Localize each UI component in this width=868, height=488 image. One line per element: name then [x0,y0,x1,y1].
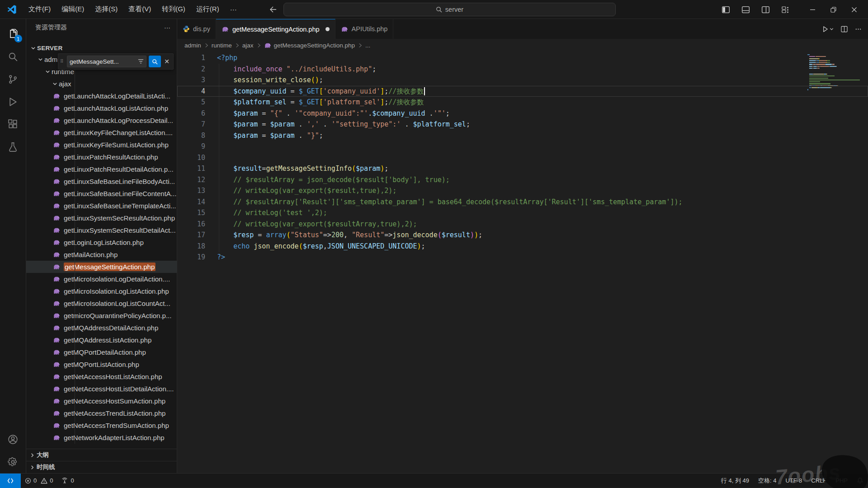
menu-goto[interactable]: 转到(G) [157,3,190,16]
split-editor-icon[interactable] [841,26,848,33]
menu-file[interactable]: 文件(F) [24,3,56,16]
language-mode[interactable]: PHP [831,474,852,488]
problems-status[interactable]: 0 0 [21,474,57,488]
tree-item-getMQPortDetailAction.php[interactable]: getMQPortDetailAction.php [26,346,177,358]
modified-dot-icon[interactable] [326,27,330,31]
menu-more[interactable]: ··· [225,3,242,15]
code-editor[interactable]: 1<?php2 include_once "../includeUtils.ph… [177,52,868,473]
tree-item-getNetAccessTrendSumAction.php[interactable]: getNetAccessTrendSumAction.php [26,419,177,432]
code-line-11[interactable]: 11 $result=getMessageSettingInfo($param)… [177,163,868,174]
eol-sequence[interactable]: CRLF [807,474,831,488]
code-line-14[interactable]: 14 // $resultArray['Result']['sms_templa… [177,197,868,208]
tree-item-getNetAccessHostSumAction.php[interactable]: getNetAccessHostSumAction.php [26,395,177,407]
code-line-2[interactable]: 2 include_once "../includeUtils.php"; [177,64,868,75]
tree-item-getMQAddressListAction.php[interactable]: getMQAddressListAction.php [26,334,177,346]
code-line-8[interactable]: 8 $param = $param . "}"; [177,130,868,141]
grip-icon[interactable]: ⠿ [60,61,65,62]
bell-icon[interactable] [852,474,868,488]
code-line-10[interactable]: 10 [177,152,868,164]
tab-getMessageSettingAction.php[interactable]: getMessageSettingAction.php [216,19,335,39]
code-line-16[interactable]: 16 // writeLog(var_export($resultArray,t… [177,219,868,230]
tree-item-getMQAddressDetailAction.php[interactable]: getMQAddressDetailAction.php [26,322,177,334]
breadcrumb-item[interactable]: getMessageSettingAction.php [264,42,355,49]
tab-dis.py[interactable]: dis.py [177,19,216,39]
run-debug-icon[interactable] [0,90,26,113]
testing-icon[interactable] [0,136,26,158]
tab-APIUtils.php[interactable]: APIUtils.php [335,19,394,39]
code-line-4[interactable]: 4 $company_uuid = $_GET['company_uuid'];… [177,86,868,97]
code-line-9[interactable]: 9 [177,141,868,152]
tree-item-getLinuxPatchResultAction.php[interactable]: getLinuxPatchResultAction.php [26,151,177,163]
filter-icon[interactable] [138,59,144,64]
tree-item-getNetAccessHostListAction.php[interactable]: getNetAccessHostListAction.php [26,371,177,383]
customize-layout-icon[interactable] [777,3,794,16]
indentation[interactable]: 空格: 4 [754,474,781,488]
extensions-icon[interactable] [0,113,26,136]
tree-item-getNetAccessHostListDetailAction[interactable]: getNetAccessHostListDetailAction.... [26,383,177,395]
settings-gear-icon[interactable] [0,450,26,473]
code-line-7[interactable]: 7 $param = $param . ',' . '"setting_type… [177,119,868,130]
tree-item-getLaunchAttackLogDetailListActi[interactable]: getLaunchAttackLogDetailListActi... [26,90,177,102]
tree-item-getLinuxSystemSecResultDetailAct[interactable]: getLinuxSystemSecResultDetailAct... [26,224,177,236]
section-outline[interactable]: 大纲 [26,449,177,461]
back-arrow-icon[interactable] [269,6,277,13]
tree-item-getLinuxSafeBaseLineFileContentA[interactable]: getLinuxSafeBaseLineFileContentA... [26,188,177,200]
folder-ajax[interactable]: ajax [26,78,177,90]
sidebar-more-actions[interactable]: ··· [164,24,170,31]
tree-item-getLinuxKeyFileChangeListAction[interactable]: getLinuxKeyFileChangeListAction.... [26,127,177,139]
menu-edit[interactable]: 编辑(E) [57,3,89,16]
source-control-icon[interactable] [0,68,26,90]
remote-indicator[interactable] [0,474,21,488]
tree-find-search-button[interactable] [149,56,161,67]
tree-item-getNetworkAdapterListAction.php[interactable]: getNetworkAdapterListAction.php [26,432,177,444]
toggle-secondary-sidebar-icon[interactable] [757,3,774,16]
menu-selection[interactable]: 选择(S) [90,3,123,16]
menu-view[interactable]: 查看(V) [123,3,156,16]
tree-item-getMicroIsolationLogDetailAction[interactable]: getMicroIsolationLogDetailAction.... [26,273,177,285]
restore-icon[interactable] [823,0,844,19]
tree-item-getLaunchAttackLogListAction.php[interactable]: getLaunchAttackLogListAction.php [26,102,177,114]
tree-item-getLaunchAttackLogProcessDetail[interactable]: getLaunchAttackLogProcessDetail... [26,114,177,127]
code-line-13[interactable]: 13 // writeLog(var_export($result,true),… [177,185,868,197]
tree-item-getLinuxSafeBaseLineTemplateActi[interactable]: getLinuxSafeBaseLineTemplateActi... [26,200,177,212]
breadcrumb-item[interactable]: ajax [242,42,254,49]
breadcrumb-item[interactable]: runtime [212,42,232,49]
tree-item-getLinuxPatchResultDetailAction.p[interactable]: getLinuxPatchResultDetailAction.p... [26,163,177,175]
search-icon[interactable] [0,45,26,68]
code-line-18[interactable]: 18 echo json_encode($resp,JSON_UNESCAPED… [177,241,868,252]
ellipsis-icon[interactable] [855,26,862,33]
toggle-panel-icon[interactable] [737,3,754,16]
tree-item-getNetAccessTrendListAction.php[interactable]: getNetAccessTrendListAction.php [26,407,177,419]
command-center-search[interactable]: server [283,3,616,16]
encoding[interactable]: UTF-8 [781,474,807,488]
tree-find-input[interactable]: getMessageSett... [67,56,146,67]
close-icon[interactable]: ✕ [163,58,170,65]
menu-run[interactable]: 运行(R) [191,3,224,16]
code-line-3[interactable]: 3 session_write_close(); [177,75,868,86]
code-line-5[interactable]: 5 $platform_sel = $_GET['platform_sel'];… [177,97,868,108]
section-server[interactable]: SERVER [26,42,177,53]
code-line-17[interactable]: 17 $resp = array("Status"=>200, "Result"… [177,230,868,241]
ports-status[interactable]: 0 [57,474,78,488]
code-line-15[interactable]: 15 // writeLog('test ',2); [177,207,868,219]
close-icon[interactable] [844,0,864,19]
breadcrumb-item[interactable]: admin [184,42,201,49]
tree-item-getMQPortListAction.php[interactable]: getMQPortListAction.php [26,358,177,371]
code-line-19[interactable]: 19?> [177,252,868,263]
code-line-1[interactable]: 1<?php [177,52,868,64]
tree-item-getmicroQuarantinePolicyAction.p[interactable]: getmicroQuarantinePolicyAction.p... [26,310,177,322]
cursor-position[interactable]: 行 4, 列 49 [717,474,754,488]
tree-item-getMicroIsolationLogListAction.php[interactable]: getMicroIsolationLogListAction.php [26,285,177,297]
section-timeline[interactable]: 时间线 [26,461,177,473]
code-line-12[interactable]: 12 // $resultArray = json_decode($result… [177,174,868,186]
toggle-sidebar-icon[interactable] [717,3,734,16]
files-icon[interactable]: 1 [0,23,26,45]
tree-item-getLinuxSafeBaseLineFileBodyActi[interactable]: getLinuxSafeBaseLineFileBodyActi... [26,175,177,188]
breadcrumb-item[interactable]: ... [365,42,370,49]
tree-item-getLinuxKeyFileSumListAction.php[interactable]: getLinuxKeyFileSumListAction.php [26,139,177,151]
tree-item-getLinuxSystemSecResultAction.php[interactable]: getLinuxSystemSecResultAction.php [26,212,177,224]
minimize-icon[interactable] [802,0,823,19]
account-icon[interactable] [0,428,26,450]
tree-item-getMessageSettingAction.php[interactable]: getMessageSettingAction.php [26,261,177,273]
tree-item-getMicroIsolationLogListCountAct[interactable]: getMicroIsolationLogListCountAct... [26,297,177,310]
